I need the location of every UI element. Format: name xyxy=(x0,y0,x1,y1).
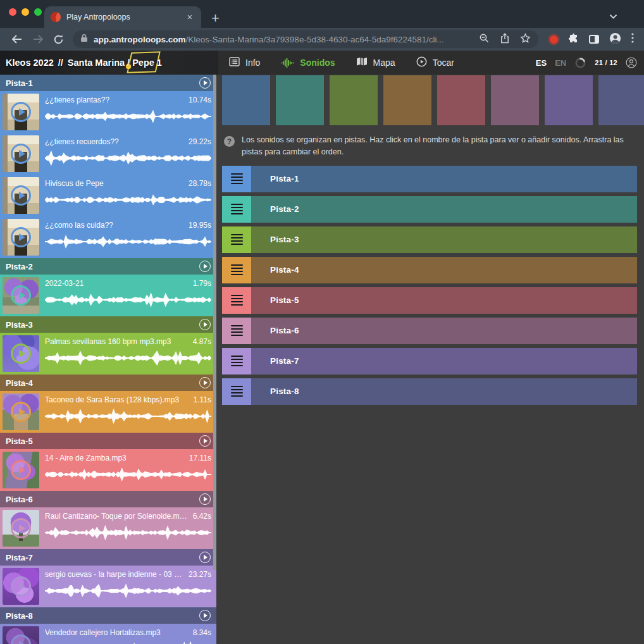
clip-play-icon[interactable] xyxy=(11,144,31,164)
clip-thumbnail[interactable] xyxy=(3,510,39,547)
track-row-bar[interactable]: Pista-1 xyxy=(251,166,637,192)
audio-clip[interactable]: sergio cuevas - la harpe indienne - 03 -… xyxy=(0,566,216,607)
recording-extension-icon[interactable] xyxy=(550,35,558,44)
nav-item-tocar[interactable]: Tocar xyxy=(416,56,454,69)
track-row[interactable]: Pista-6 xyxy=(222,318,637,344)
track-play-button[interactable] xyxy=(199,493,211,505)
clip-thumbnail[interactable] xyxy=(3,626,39,644)
track-name[interactable]: Pista-6 xyxy=(6,495,33,504)
track-row-bar[interactable]: Pista-2 xyxy=(251,196,637,223)
track-color-cell[interactable] xyxy=(437,75,485,125)
nav-item-sonidos[interactable]: Sonidos xyxy=(281,56,335,69)
clip-play-icon[interactable] xyxy=(11,185,31,206)
zoom-out-icon[interactable] xyxy=(479,33,490,46)
track-color-cell[interactable] xyxy=(598,75,644,125)
audio-clip[interactable]: Taconeo de Sara Baras (128 kbps).mp3 1.1… xyxy=(0,391,216,433)
track-header[interactable]: Pista-4 xyxy=(0,375,216,391)
clip-play-icon[interactable] xyxy=(11,402,31,422)
tab-close-icon[interactable]: × xyxy=(185,11,195,23)
clip-thumbnail[interactable] xyxy=(3,277,39,314)
track-play-button[interactable] xyxy=(199,377,211,388)
track-play-button[interactable] xyxy=(199,610,211,621)
audio-clip[interactable]: Palmas sevillanas 160 bpm mp3.mp3 4.87s xyxy=(0,333,216,375)
clip-thumbnail[interactable] xyxy=(3,177,39,214)
clip-thumbnail[interactable] xyxy=(3,393,39,430)
audio-clip[interactable]: Raul Cantizano- Toque por Solenoide.mp3 … xyxy=(0,507,216,549)
track-row[interactable]: Pista-1 xyxy=(222,166,637,192)
track-row-bar[interactable]: Pista-4 xyxy=(251,257,637,283)
track-header[interactable]: Pista-2 xyxy=(0,258,216,275)
tab-search-chevron-icon[interactable] xyxy=(609,10,617,22)
clip-play-icon[interactable] xyxy=(11,102,31,122)
extensions-puzzle-icon[interactable] xyxy=(568,33,579,46)
track-color-cell[interactable] xyxy=(222,75,270,125)
track-play-button[interactable] xyxy=(199,261,211,272)
track-header[interactable]: Pista-7 xyxy=(0,549,216,566)
sidebar-scrollbar[interactable] xyxy=(213,75,216,570)
drag-handle-icon[interactable] xyxy=(222,226,251,253)
window-zoom-button[interactable] xyxy=(34,8,42,16)
audio-clip[interactable]: ¿¿como las cuida?? 19.95s xyxy=(0,216,216,258)
bookmark-star-icon[interactable] xyxy=(520,33,531,46)
track-row-bar[interactable]: Pista-6 xyxy=(251,318,637,344)
track-header[interactable]: Pista-5 xyxy=(0,433,216,449)
drag-handle-icon[interactable] xyxy=(222,287,251,314)
audio-clip[interactable]: 14 - Aire de Zamba.mp3 17.11s xyxy=(0,449,216,491)
clip-thumbnail[interactable] xyxy=(3,568,39,605)
audio-clip[interactable]: Vendedor callejero Hortalizas.mp3 8.34s xyxy=(0,624,216,644)
track-name[interactable]: Pista-4 xyxy=(6,378,33,388)
audio-clip[interactable]: ¿¿tienes plantas?? 10.74s xyxy=(0,91,216,133)
track-name[interactable]: Pista-7 xyxy=(6,553,33,562)
drag-handle-icon[interactable] xyxy=(222,318,251,344)
track-row[interactable]: Pista-7 xyxy=(222,348,637,375)
track-name[interactable]: Pista-8 xyxy=(6,611,33,621)
account-icon[interactable] xyxy=(626,57,637,68)
clip-thumbnail[interactable] xyxy=(3,94,39,130)
track-row[interactable]: Pista-8 xyxy=(222,378,637,405)
browser-tab[interactable]: Play Antropoloops × xyxy=(44,6,201,28)
track-header[interactable]: Pista-3 xyxy=(0,316,216,333)
track-row-bar[interactable]: Pista-5 xyxy=(251,287,637,314)
clip-play-icon[interactable] xyxy=(11,635,31,644)
drag-handle-icon[interactable] xyxy=(222,348,251,375)
address-bar[interactable]: app.antropoloops.com/Kleos-Santa-Marina/… xyxy=(73,30,538,48)
track-row[interactable]: Pista-3 xyxy=(222,226,637,253)
breadcrumb-project[interactable]: Kleos 2022 xyxy=(6,58,54,68)
forward-button[interactable] xyxy=(27,34,48,44)
track-row-bar[interactable]: Pista-3 xyxy=(251,226,637,253)
track-color-cell[interactable] xyxy=(383,75,431,125)
track-row[interactable]: Pista-2 xyxy=(222,196,637,223)
track-row-bar[interactable]: Pista-7 xyxy=(251,348,637,375)
drag-handle-icon[interactable] xyxy=(222,166,251,192)
clip-play-icon[interactable] xyxy=(11,460,31,480)
browser-menu-kebab-icon[interactable] xyxy=(631,33,634,46)
nav-item-info[interactable]: Info xyxy=(229,56,260,69)
track-play-button[interactable] xyxy=(199,319,211,330)
track-row-bar[interactable]: Pista-8 xyxy=(251,378,637,405)
breadcrumb[interactable]: Kleos 2022//Santa Marina / Pepe 1 xyxy=(0,51,218,75)
track-row[interactable]: Pista-5 xyxy=(222,287,637,314)
clip-thumbnail[interactable] xyxy=(3,452,39,488)
clip-thumbnail[interactable] xyxy=(3,335,39,372)
drag-handle-icon[interactable] xyxy=(222,196,251,223)
audio-clip[interactable]: Hiviscus de Pepe 28.78s xyxy=(0,175,216,216)
audio-clip[interactable]: 2022-03-21 1.79s xyxy=(0,275,216,316)
clip-play-icon[interactable] xyxy=(11,518,31,538)
clip-play-icon[interactable] xyxy=(11,344,31,364)
track-name[interactable]: Pista-2 xyxy=(6,262,33,271)
window-close-button[interactable] xyxy=(9,8,16,16)
track-name[interactable]: Pista-1 xyxy=(6,78,33,88)
clip-play-icon[interactable] xyxy=(11,285,31,306)
track-play-button[interactable] xyxy=(199,435,211,447)
side-panel-icon[interactable] xyxy=(589,35,599,44)
profile-avatar[interactable] xyxy=(609,32,621,47)
track-color-cell[interactable] xyxy=(545,75,593,125)
track-color-cell[interactable] xyxy=(491,75,539,125)
language-en-button[interactable]: EN xyxy=(555,58,566,68)
audio-clip[interactable]: ¿¿tienes recuerdos?? 29.22s xyxy=(0,133,216,175)
track-header[interactable]: Pista-6 xyxy=(0,491,216,507)
track-header[interactable]: Pista-8 xyxy=(0,607,216,624)
track-color-cell[interactable] xyxy=(276,75,324,125)
track-color-cell[interactable] xyxy=(330,75,378,125)
drag-handle-icon[interactable] xyxy=(222,378,251,405)
